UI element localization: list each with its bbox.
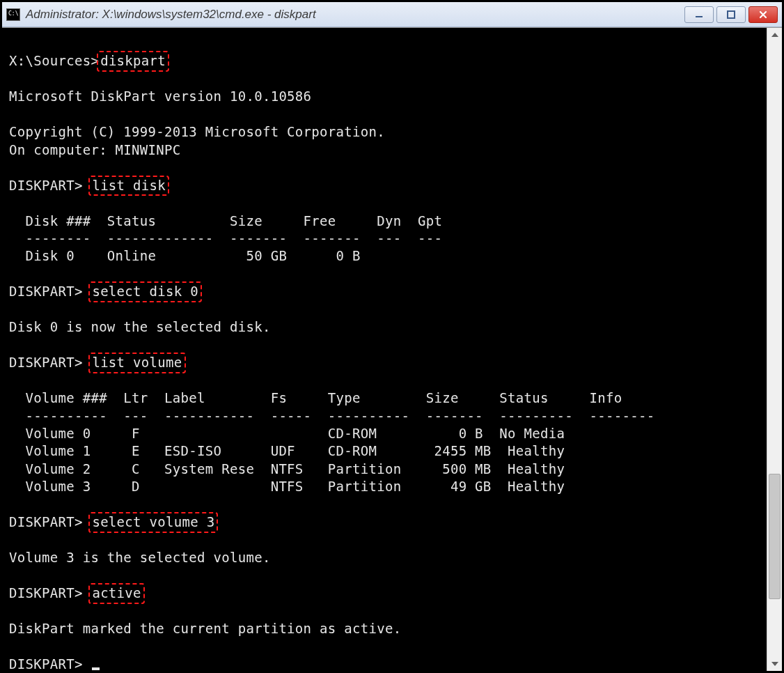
minimize-button[interactable] <box>684 6 714 23</box>
copyright-line: Copyright (C) 1999-2013 Microsoft Corpor… <box>9 123 761 141</box>
prompt-diskpart: DISKPART> <box>9 355 91 370</box>
svg-rect-0 <box>696 16 703 17</box>
scroll-down-button[interactable] <box>767 657 782 671</box>
prompt-diskpart: DISKPART> <box>9 656 91 671</box>
msg-disk-selected: Disk 0 is now the selected disk. <box>9 318 761 336</box>
computer-line: On computer: MINWINPC <box>9 141 761 159</box>
terminal-output[interactable]: X:\Sources>diskpart Microsoft DiskPart v… <box>2 28 767 671</box>
msg-active: DiskPart marked the current partition as… <box>9 620 761 637</box>
vol-row: Volume 0 F CD-ROM 0 B No Media <box>9 425 761 442</box>
svg-rect-1 <box>728 11 735 18</box>
cmd-window: Administrator: X:\windows\system32\cmd.e… <box>0 0 784 673</box>
prompt-diskpart: DISKPART> <box>9 178 91 193</box>
prompt-sources: X:\Sources> <box>9 53 99 68</box>
cmd-list-volume: list volume <box>88 353 185 373</box>
cmd-list-disk: list disk <box>88 176 169 196</box>
disk-header: Disk ### Status Size Free Dyn Gpt <box>9 212 761 230</box>
client-area: X:\Sources>diskpart Microsoft DiskPart v… <box>2 27 782 671</box>
prompt-diskpart: DISKPART> <box>9 514 91 529</box>
maximize-button[interactable] <box>716 6 746 23</box>
window-title: Administrator: X:\windows\system32\cmd.e… <box>26 8 684 22</box>
maximize-icon <box>726 10 736 20</box>
close-button[interactable] <box>748 6 778 23</box>
cursor <box>92 667 100 670</box>
titlebar[interactable]: Administrator: X:\windows\system32\cmd.e… <box>2 2 782 27</box>
vol-row: Volume 3 D NTFS Partition 49 GB Healthy <box>9 478 761 495</box>
cmd-active: active <box>88 583 144 603</box>
window-controls <box>684 6 778 23</box>
vol-divider: ---------- --- ----------- ----- -------… <box>9 408 761 425</box>
prompt-diskpart: DISKPART> <box>9 585 91 601</box>
vol-row: Volume 1 E ESD-ISO UDF CD-ROM 2455 MB He… <box>9 442 761 460</box>
cmd-select-volume: select volume 3 <box>88 512 218 532</box>
minimize-icon <box>694 10 704 20</box>
scroll-thumb[interactable] <box>769 474 781 599</box>
chevron-up-icon <box>771 33 778 37</box>
chevron-down-icon <box>771 662 778 666</box>
disk-divider: -------- ------------- ------- ------- -… <box>9 230 761 247</box>
disk-row: Disk 0 Online 50 GB 0 B <box>9 247 761 265</box>
cmd-diskpart: diskpart <box>97 51 169 71</box>
version-line: Microsoft DiskPart version 10.0.10586 <box>9 88 761 105</box>
vol-header: Volume ### Ltr Label Fs Type Size Status… <box>9 389 761 407</box>
close-icon <box>758 10 768 20</box>
cmd-select-disk: select disk 0 <box>88 281 202 302</box>
vertical-scrollbar[interactable] <box>767 28 782 671</box>
cmd-icon <box>6 8 20 21</box>
vol-row: Volume 2 C System Rese NTFS Partition 50… <box>9 461 761 478</box>
scroll-up-button[interactable] <box>767 28 782 42</box>
prompt-diskpart: DISKPART> <box>9 284 91 299</box>
msg-volume-selected: Volume 3 is the selected volume. <box>9 549 761 566</box>
